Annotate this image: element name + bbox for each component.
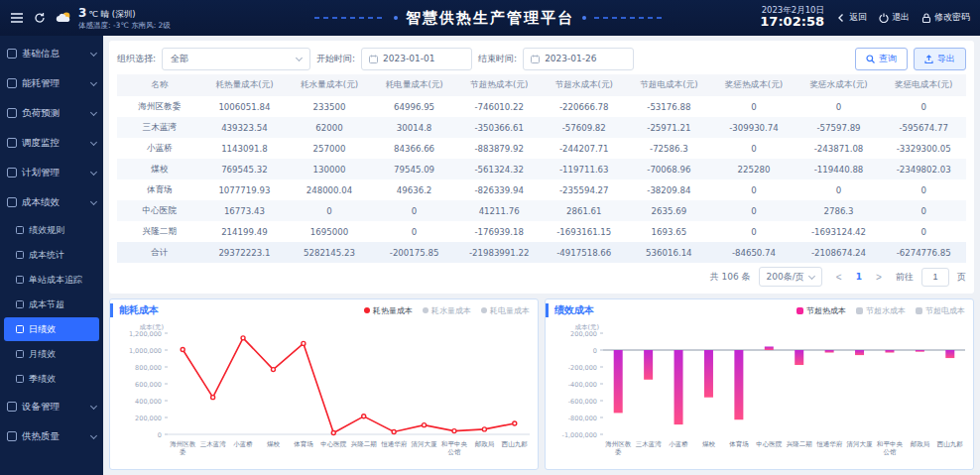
table-cell: 49636.2: [372, 179, 457, 200]
back-button[interactable]: 返回: [836, 11, 867, 24]
sidebar-subitem-0[interactable]: 绩效规则: [4, 218, 99, 242]
start-date-input[interactable]: 2023-01-01: [361, 48, 472, 70]
table-cell: 0: [711, 221, 796, 242]
search-button[interactable]: 查询: [855, 48, 908, 70]
current-page[interactable]: 1: [856, 272, 862, 282]
back-arrow-icon: [836, 13, 846, 23]
svg-text:体育场: 体育场: [729, 440, 749, 448]
export-button[interactable]: 导出: [914, 48, 966, 70]
performance-cost-chart: 成本(元)-1,000,000-800,000-600,000-400,000-…: [546, 321, 973, 468]
table-cell: -53176.88: [627, 96, 712, 117]
sidebar-item-label: 调度监控: [22, 137, 60, 150]
table-cell: 0: [711, 179, 796, 200]
table-cell: -243871.08: [796, 138, 882, 159]
end-time-label: 结束时间:: [478, 53, 517, 65]
svg-text:煤校: 煤校: [267, 440, 281, 448]
chevron-down-icon: [90, 402, 97, 409]
org-select[interactable]: 全部: [162, 48, 310, 70]
legend-item[interactable]: 节超热成本: [796, 305, 846, 316]
query-table-card: 组织选择: 全部 开始时间: 2023-01-01 结束时间: 2023-01-…: [109, 41, 974, 294]
table-cell: 小蓝桥: [117, 138, 202, 159]
sidebar-subitem-1[interactable]: 成本统计: [4, 243, 99, 267]
end-date-input[interactable]: 2023-01-26: [523, 48, 634, 70]
table-cell: -70068.96: [627, 159, 712, 179]
base-info-icon: [7, 49, 17, 59]
legend-marker-icon: [481, 307, 487, 313]
table-cell: 29372223.1: [202, 242, 288, 263]
table-cell: 130000: [287, 159, 372, 179]
sidebar-item-6[interactable]: 设备管理: [0, 392, 103, 421]
prev-page-button[interactable]: <: [830, 268, 848, 286]
svg-text:清河大厦: 清河大厦: [847, 440, 874, 448]
table-cell: 体育场: [117, 179, 202, 200]
sidebar-subitem-4[interactable]: 日绩效: [4, 317, 99, 341]
table-cell: -2108674.24: [796, 242, 882, 263]
weather-summary: 3℃ 晴 (深圳): [78, 6, 171, 20]
table-cell: 439323.54: [202, 117, 288, 138]
cost-table: 名称耗热量成本(元)耗水量成本(元)耗电量成本(元)节超热成本(元)节超水成本(…: [117, 74, 966, 263]
table-cell: -1693161.15: [542, 221, 627, 242]
svg-text:西山九郡: 西山九郡: [936, 440, 963, 448]
legend-item[interactable]: 耗热量成本: [364, 305, 413, 316]
table-cell: 0: [711, 138, 796, 159]
sidebar-item-0[interactable]: 基础信息: [0, 39, 103, 68]
table-cell: 0: [881, 96, 966, 117]
svg-text:兴隆二期: 兴隆二期: [787, 440, 812, 448]
sidebar-item-5[interactable]: 成本绩效: [0, 187, 103, 217]
table-cell: -119440.88: [796, 159, 882, 179]
page-size-select[interactable]: 200条/页: [759, 267, 822, 287]
sidebar-item-2[interactable]: 负荷预测: [0, 98, 103, 128]
logout-button[interactable]: 退出: [879, 11, 910, 24]
table-cell: 2635.69: [627, 200, 712, 221]
legend-item[interactable]: 节超水成本: [856, 305, 906, 316]
svg-text:600,000: 600,000: [135, 381, 162, 389]
change-password-button[interactable]: 修改密码: [921, 11, 970, 24]
column-header: 节超热成本(元): [456, 74, 542, 96]
table-cell: -561324.32: [456, 159, 542, 179]
table-cell: -350366.61: [456, 117, 542, 138]
legend-marker-icon: [364, 307, 370, 313]
svg-text:邮政局: 邮政局: [911, 440, 930, 448]
table-cell: -595674.77: [881, 117, 966, 138]
sidebar-subitem-5[interactable]: 月绩效: [4, 342, 99, 366]
legend-item[interactable]: 耗电量成本: [481, 305, 530, 316]
legend-item[interactable]: 节超电成本: [916, 305, 965, 316]
svg-text:清河大厦: 清河大厦: [412, 440, 438, 448]
forecast-icon: [7, 108, 17, 118]
table-row: 中心医院16773.430041211.762861.612635.690278…: [117, 200, 966, 221]
table-cell: 0: [881, 200, 966, 221]
column-header: 节超水成本(元): [542, 74, 627, 96]
legend-label: 节超水成本: [866, 305, 906, 316]
export-icon: [924, 55, 933, 63]
sidebar-item-7[interactable]: 供热质量: [0, 421, 103, 451]
sidebar-item-4[interactable]: 计划管理: [0, 158, 103, 187]
table-cell: 5282145.23: [287, 242, 372, 263]
table-cell: -826339.94: [456, 179, 542, 200]
search-icon: [866, 55, 875, 63]
sidebar-subitem-label: 季绩效: [29, 373, 56, 386]
column-header: 奖惩水成本(元): [796, 74, 882, 96]
table-cell: 0: [881, 221, 966, 242]
refresh-button[interactable]: [34, 12, 46, 24]
sidebar-subitem-6[interactable]: 季绩效: [4, 367, 99, 391]
table-cell: 233500: [287, 96, 372, 117]
sidebar-item-3[interactable]: 调度监控: [0, 128, 103, 158]
next-page-button[interactable]: >: [870, 268, 888, 286]
sidebar-subitem-3[interactable]: 成本节超: [4, 293, 99, 316]
column-header: 名称: [117, 74, 202, 96]
stats-icon: [16, 251, 24, 259]
energy-cost-chart: 成本(元)0200,000400,000600,000800,0001,000,…: [110, 321, 538, 468]
chevron-down-icon: [90, 197, 97, 204]
table-cell: 214199.49: [202, 221, 288, 242]
legend-label: 节超热成本: [806, 305, 846, 316]
energy-icon: [7, 78, 17, 88]
goto-page-input[interactable]: [921, 268, 949, 287]
table-cell: 中心医院: [117, 200, 202, 221]
sidebar-item-1[interactable]: 能耗管理: [0, 68, 103, 98]
legend-item[interactable]: 耗水量成本: [423, 305, 471, 316]
menu-toggle-button[interactable]: [10, 12, 24, 24]
sidebar-subitem-2[interactable]: 单站成本追踪: [4, 268, 99, 292]
table-cell: -57609.82: [542, 117, 627, 138]
svg-text:西山九郡: 西山九郡: [501, 440, 528, 448]
svg-text:和平中央: 和平中央: [876, 440, 904, 448]
